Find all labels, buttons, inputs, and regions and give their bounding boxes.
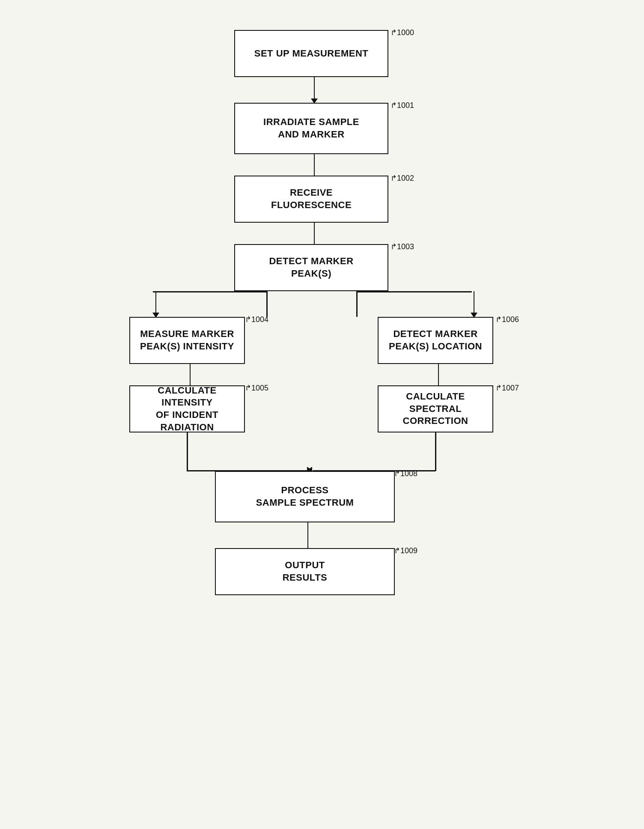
node-1009: OUTPUTRESULTS bbox=[215, 548, 395, 595]
node-1007: CALCULATE SPECTRALCORRECTION bbox=[378, 385, 493, 432]
connector-1003-right-v bbox=[356, 291, 358, 317]
node-1009-label: OUTPUTRESULTS bbox=[283, 559, 328, 584]
connector-1005-down bbox=[187, 432, 188, 471]
ref-1008: ↱1008 bbox=[394, 469, 417, 478]
ref-1006: ↱1006 bbox=[495, 315, 519, 324]
node-1008: PROCESSSAMPLE SPECTRUM bbox=[215, 471, 395, 522]
node-1008-label: PROCESSSAMPLE SPECTRUM bbox=[256, 484, 354, 509]
node-1000: SET UP MEASUREMENT bbox=[234, 30, 388, 77]
node-1006-label: DETECT MARKERPEAK(S) LOCATION bbox=[389, 328, 482, 352]
node-1001-label: IRRADIATE SAMPLEAND MARKER bbox=[263, 116, 359, 140]
node-1001: IRRADIATE SAMPLEAND MARKER bbox=[234, 103, 388, 154]
ref-1007: ↱1007 bbox=[495, 383, 519, 393]
ref-1009: ↱1009 bbox=[394, 546, 417, 555]
arrow-to-1004 bbox=[152, 291, 159, 318]
flowchart-diagram: SET UP MEASUREMENT ↱1000 IRRADIATE SAMPL… bbox=[129, 17, 515, 788]
node-1003-label: DETECT MARKERPEAK(S) bbox=[269, 255, 353, 280]
node-1004: MEASURE MARKERPEAK(S) INTENSITY bbox=[129, 317, 245, 364]
connector-1003-left-h bbox=[153, 291, 266, 292]
node-1002-label: RECEIVEFLUORESCENCE bbox=[271, 187, 352, 211]
ref-1002: ↱1002 bbox=[391, 173, 414, 183]
ref-1003: ↱1003 bbox=[391, 242, 414, 251]
connector-1003-left-v bbox=[266, 291, 268, 317]
node-1007-label: CALCULATE SPECTRALCORRECTION bbox=[385, 391, 486, 427]
connector-1003-right-h bbox=[356, 291, 472, 292]
node-1005: CALCULATE INTENSITYOF INCIDENT RADIATION bbox=[129, 385, 245, 432]
connector-1007-down bbox=[435, 432, 436, 471]
arrow-1000-1001 bbox=[311, 77, 318, 104]
node-1000-label: SET UP MEASUREMENT bbox=[254, 48, 369, 60]
ref-1004: ↱1004 bbox=[245, 315, 268, 324]
node-1004-label: MEASURE MARKERPEAK(S) INTENSITY bbox=[140, 328, 234, 352]
arrow-to-1006 bbox=[471, 291, 477, 318]
node-1005-label: CALCULATE INTENSITYOF INCIDENT RADIATION bbox=[137, 385, 238, 433]
ref-1005: ↱1005 bbox=[245, 383, 268, 393]
node-1002: RECEIVEFLUORESCENCE bbox=[234, 176, 388, 223]
node-1006: DETECT MARKERPEAK(S) LOCATION bbox=[378, 317, 493, 364]
ref-1001: ↱1001 bbox=[391, 101, 414, 110]
node-1003: DETECT MARKERPEAK(S) bbox=[234, 244, 388, 291]
ref-1000: ↱1000 bbox=[391, 28, 414, 37]
